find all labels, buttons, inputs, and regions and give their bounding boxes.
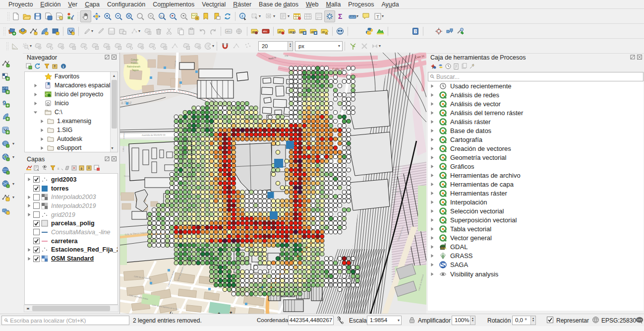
svg-text:Tagore: Tagore (132, 69, 139, 71)
svg-text:ε: ε (58, 166, 59, 171)
svg-text:ab: ab (311, 30, 314, 33)
svg-text:Avenida de Monforte de: Avenida de Monforte de (142, 133, 166, 136)
svg-text:a: a (71, 17, 73, 20)
svg-text:i: i (62, 65, 63, 69)
svg-text:Rabindranath: Rabindranath (127, 66, 141, 68)
svg-text:astilla: astilla (396, 190, 402, 193)
svg-text:Σ: Σ (338, 12, 342, 20)
svg-text:abc: abc (226, 30, 231, 33)
svg-text:Público: Público (131, 62, 138, 65)
svg-text:ab: ab (252, 30, 255, 33)
svg-text:GDAL: GDAL (441, 247, 447, 250)
svg-text:?: ? (414, 29, 416, 33)
svg-text:ab: ab (322, 30, 325, 33)
svg-text:ab: ab (300, 30, 303, 33)
svg-text:Colegio: Colegio (131, 59, 139, 61)
svg-text:1:1: 1:1 (160, 14, 165, 17)
svg-text:abc: abc (263, 30, 268, 33)
svg-text:T: T (376, 14, 379, 19)
svg-text:9: 9 (2, 99, 6, 107)
svg-text:ab: ab (279, 30, 282, 33)
svg-text:37B: 37B (285, 55, 288, 57)
